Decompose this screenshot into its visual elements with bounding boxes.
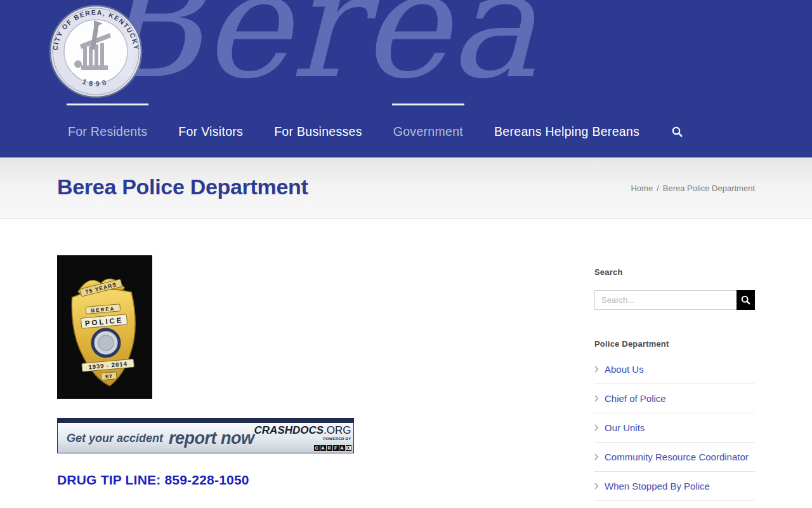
carfax-letter-tile: F xyxy=(333,445,339,451)
chevron-right-icon xyxy=(594,366,599,373)
nav-item-government[interactable]: Government xyxy=(392,104,464,157)
berea-script-watermark: Berea xyxy=(93,0,537,99)
sidebar-section-heading: Police Department xyxy=(594,339,755,349)
sidebar-item-chief-of-police[interactable]: Chief of Police xyxy=(594,384,755,413)
search-icon xyxy=(672,126,683,137)
crashdocs-brand: CRASHDOCS.ORG xyxy=(254,425,351,436)
chevron-right-icon xyxy=(594,395,599,402)
breadcrumb-home-link[interactable]: Home xyxy=(631,184,653,193)
crashdocs-brand-suffix: .ORG xyxy=(324,424,351,436)
sidebar-link-label: When Stopped By Police xyxy=(605,481,710,491)
drug-tip-phone-number[interactable]: 859-228-1050 xyxy=(164,472,249,487)
search-submit-button[interactable] xyxy=(737,290,755,310)
breadcrumb: Home / Berea Police Department xyxy=(631,184,755,193)
main-navigation: For Residents For Visitors For Businesse… xyxy=(67,104,685,157)
breadcrumb-current: Berea Police Department xyxy=(663,184,755,193)
page-title: Berea Police Department xyxy=(57,175,308,199)
sidebar-search-heading: Search xyxy=(594,267,755,277)
drug-tip-label: DRUG TIP LINE: xyxy=(57,472,160,487)
crashdocs-brand-name: CRASHDOCS xyxy=(254,424,324,436)
banner-top-strip xyxy=(58,418,353,423)
sidebar-search-form xyxy=(594,290,755,310)
sidebar: Search Police Department About Us Chief … xyxy=(594,267,755,501)
sidebar-item-community-resource-coordinator[interactable]: Community Resource Coordinator xyxy=(594,443,755,472)
carfax-letter-tile: R xyxy=(327,445,332,451)
powered-by-label: POWERED BY xyxy=(254,437,351,441)
page-title-bar: Berea Police Department Home / Berea Pol… xyxy=(0,157,812,219)
banner-body: Get your accident report now CRASHDOCS.O… xyxy=(58,423,353,453)
chevron-right-icon xyxy=(594,453,599,460)
sidebar-link-label: Community Resource Coordinator xyxy=(605,451,749,462)
search-icon xyxy=(741,295,750,305)
banner-lead-text: Get your accident xyxy=(67,432,163,445)
sidebar-link-label: Our Units xyxy=(605,422,645,433)
city-seal-logo[interactable]: CITY OF BEREA, KENTUCKY 1890 xyxy=(48,4,143,99)
crashdocs-ad-banner[interactable]: Get your accident report now CRASHDOCS.O… xyxy=(57,418,354,453)
carfax-letter-tile: A xyxy=(320,445,326,451)
nav-item-for-residents[interactable]: For Residents xyxy=(67,104,148,157)
police-badge-photo: 75 YEARS BEREA POLICE 1939 - 2014 KY xyxy=(57,255,152,399)
nav-item-for-visitors[interactable]: For Visitors xyxy=(177,104,244,157)
carfax-letter-tile: C xyxy=(314,445,320,451)
page: Berea CITY OF BEREA, KENTUCKY xyxy=(0,0,812,508)
badge-ky-text: KY xyxy=(105,373,114,380)
breadcrumb-separator: / xyxy=(657,184,659,193)
search-input[interactable] xyxy=(594,290,737,310)
drug-tip-line: DRUG TIP LINE: 859-228-1050 xyxy=(57,472,249,488)
chevron-right-icon xyxy=(594,483,599,490)
sidebar-link-label: About Us xyxy=(605,364,644,375)
sidebar-link-label: Chief of Police xyxy=(605,393,666,404)
police-department-links: About Us Chief of Police Our Units Commu… xyxy=(594,355,755,501)
sidebar-item-about-us[interactable]: About Us xyxy=(594,355,755,384)
sidebar-item-when-stopped-by-police[interactable]: When Stopped By Police xyxy=(594,472,755,501)
banner-strong-text: report now xyxy=(169,429,254,448)
site-header: Berea CITY OF BEREA, KENTUCKY xyxy=(0,0,812,157)
nav-item-for-businesses[interactable]: For Businesses xyxy=(273,104,363,157)
nav-search-toggle[interactable] xyxy=(669,104,685,157)
sidebar-item-our-units[interactable]: Our Units xyxy=(594,413,755,443)
carfax-letter-tile-x: X xyxy=(346,445,351,451)
carfax-letter-tile: A xyxy=(339,445,345,451)
chevron-right-icon xyxy=(594,424,599,431)
carfax-logo: C A R F A X xyxy=(314,445,351,451)
crashdocs-brand-block: CRASHDOCS.ORG POWERED BY C A R F A X xyxy=(254,425,351,452)
nav-item-bereans-helping-bereans[interactable]: Bereans Helping Bereans xyxy=(493,104,641,157)
